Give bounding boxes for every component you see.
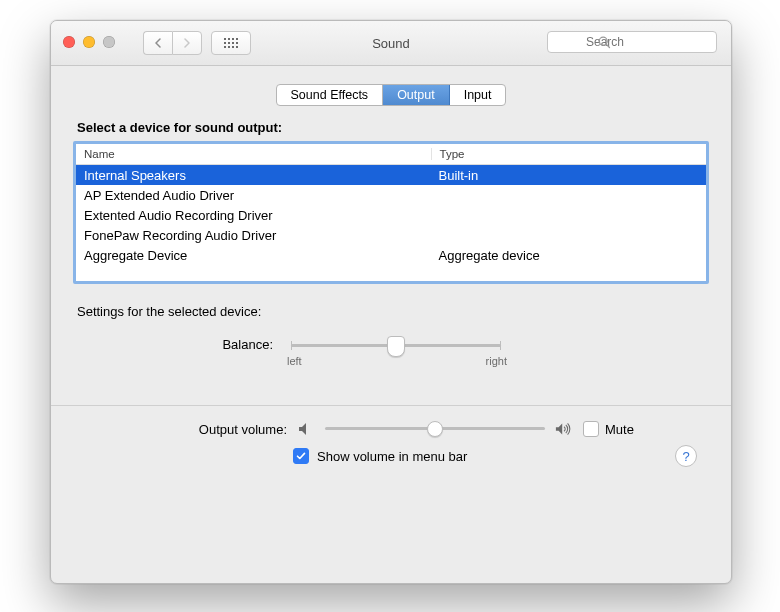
- table-row[interactable]: Extented Audio Recording Driver: [76, 205, 706, 225]
- zoom-icon[interactable]: [103, 36, 115, 48]
- output-panel: Select a device for sound output: Name T…: [73, 120, 709, 367]
- check-icon: [296, 451, 306, 461]
- output-volume-slider[interactable]: [325, 420, 545, 438]
- output-volume-label: Output volume:: [177, 422, 287, 437]
- help-icon: ?: [682, 449, 689, 464]
- column-name[interactable]: Name: [76, 148, 432, 160]
- mute-label: Mute: [605, 422, 634, 437]
- show-volume-checkbox[interactable]: [293, 448, 309, 464]
- volume-thumb[interactable]: [427, 421, 443, 437]
- footer: Output volume: Mute: [73, 420, 709, 464]
- search-field[interactable]: [547, 31, 717, 53]
- forward-button[interactable]: [172, 31, 202, 55]
- mute-checkbox[interactable]: [583, 421, 599, 437]
- table-row[interactable]: FonePaw Recording Audio Driver: [76, 225, 706, 245]
- tab-input[interactable]: Input: [450, 85, 506, 105]
- balance-slider[interactable]: left right: [291, 337, 501, 367]
- window-body: Sound Effects Output Input Select a devi…: [51, 66, 731, 480]
- tab-bar: Sound Effects Output Input: [73, 84, 709, 106]
- tab-sound-effects[interactable]: Sound Effects: [277, 85, 384, 105]
- balance-control: Balance: left right: [73, 337, 709, 367]
- grid-icon: [224, 38, 238, 48]
- window-controls: [63, 36, 115, 48]
- table-row[interactable]: AP Extended Audio Driver: [76, 185, 706, 205]
- close-icon[interactable]: [63, 36, 75, 48]
- speaker-high-icon: [555, 421, 573, 437]
- show-volume-control[interactable]: Show volume in menu bar: [77, 448, 705, 464]
- table-row[interactable]: Internal Speakers Built-in: [76, 165, 706, 185]
- tab-output[interactable]: Output: [383, 85, 450, 105]
- show-volume-label: Show volume in menu bar: [317, 449, 467, 464]
- preferences-window: Sound Sound Effects Output Input Select …: [50, 20, 732, 584]
- show-all-button[interactable]: [211, 31, 251, 55]
- title-bar: Sound: [51, 21, 731, 66]
- help-button[interactable]: ?: [675, 445, 697, 467]
- device-select-heading: Select a device for sound output:: [77, 120, 709, 135]
- mute-control[interactable]: Mute: [583, 421, 634, 437]
- output-volume-control: Output volume: Mute: [77, 420, 705, 438]
- balance-label: Balance:: [213, 337, 273, 352]
- speaker-low-icon: [297, 421, 315, 437]
- device-table[interactable]: Name Type Internal Speakers Built-in AP …: [73, 141, 709, 284]
- table-header: Name Type: [76, 144, 706, 165]
- balance-thumb[interactable]: [387, 336, 405, 357]
- settings-heading: Settings for the selected device:: [77, 304, 709, 319]
- nav-back-forward: [143, 31, 202, 55]
- back-button[interactable]: [143, 31, 172, 55]
- column-type[interactable]: Type: [432, 148, 707, 160]
- search-icon: [598, 36, 611, 49]
- table-row[interactable]: Aggregate Device Aggregate device: [76, 245, 706, 265]
- svg-line-1: [606, 44, 609, 47]
- minimize-icon[interactable]: [83, 36, 95, 48]
- divider: [51, 405, 731, 406]
